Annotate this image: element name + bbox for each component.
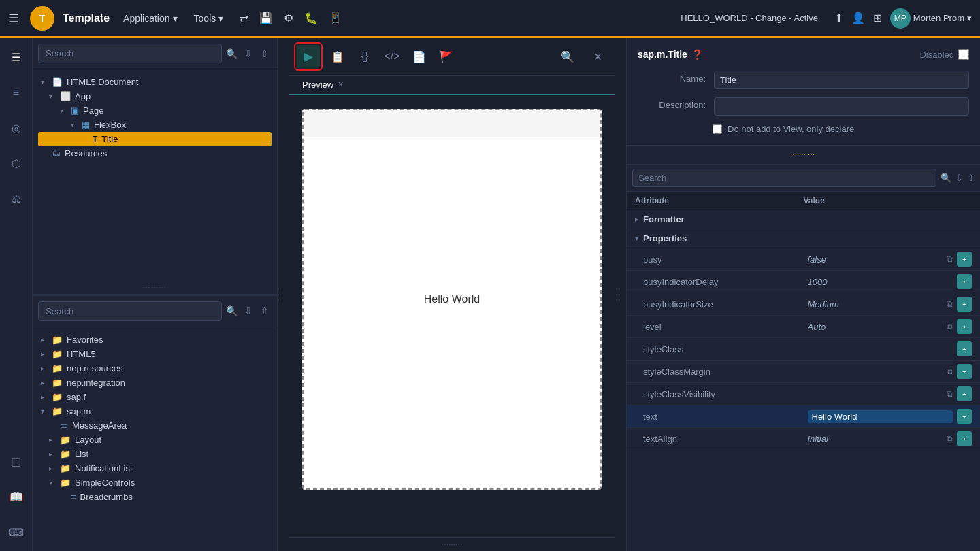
sidebar-icon-book[interactable]: 📖 [5,486,27,507]
attr-value-input[interactable] [808,322,943,332]
disabled-checkbox[interactable] [958,49,969,60]
copy-icon[interactable]: ⧉ [947,322,953,331]
binding-btn[interactable]: ⌁ [957,409,972,424]
right-drag-handle[interactable]: ⋯⋯⋯ [627,146,980,165]
right-resize-handle[interactable]: ⋮⋮⋮ [615,38,626,551]
collapse-icon[interactable]: ⇧ [258,47,272,61]
copy-icon[interactable]: ⧉ [947,367,953,376]
formatter-section-header[interactable]: Formatter [627,210,980,229]
attr-value-input[interactable] [808,299,943,310]
sidebar-icon-globe[interactable]: ◎ [5,117,27,139]
save-icon[interactable]: 💾 [259,12,273,24]
tree-item-html5doc[interactable]: ▾ 📄 HTML5 Document [38,75,272,89]
code-view-button[interactable]: 📋 [325,44,350,69]
tree-label: nep.integration [67,378,125,388]
wrench-icon[interactable]: ⚙ [284,12,293,24]
user-menu[interactable]: MP Morten Prom [890,8,972,29]
binding-btn[interactable]: ⌁ [957,341,972,356]
sidebar-icon-list[interactable]: ≡ [5,82,27,103]
binding-btn[interactable]: ⌁ [957,252,972,267]
description-input[interactable] [714,97,969,116]
drag-handle-top[interactable]: ⋯⋯⋯ [33,281,277,294]
attr-search-input[interactable] [632,169,936,187]
doc-button[interactable]: 📄 [407,44,431,69]
lib-item-sap-m[interactable]: ▾ 📁 sap.m [38,404,272,418]
copy-icon[interactable]: ⧉ [947,434,953,444]
tree-item-title[interactable]: T Title [38,132,272,146]
lib-item-list[interactable]: ▸ 📁 List [38,447,272,461]
filter-down-icon[interactable]: ⇩ [242,304,255,318]
lib-item-notificationlist[interactable]: ▸ 📁 NotificationList [38,461,272,475]
tools-menu[interactable]: Tools [194,13,224,24]
collapse-up-icon[interactable]: ⇧ [258,304,272,318]
attr-value-input[interactable] [808,389,943,399]
lib-item-simplecontrols[interactable]: ▾ 📁 SimpleControls [38,475,272,490]
mobile-icon[interactable]: 📱 [329,12,342,24]
library-search-input[interactable] [38,301,222,321]
properties-section-header[interactable]: Properties [627,229,980,248]
grid-icon[interactable]: ⊞ [873,12,882,24]
attr-filter-icon[interactable]: ⇩ [956,173,963,183]
search-button[interactable]: 🔍 [555,44,580,69]
attr-collapse-icon[interactable]: ⇧ [967,173,975,183]
left-resize-handle[interactable]: ⋮⋮⋮ [278,38,289,551]
binding-btn[interactable]: ⌁ [957,431,972,446]
binding-btn[interactable]: ⌁ [957,386,972,401]
lib-item-nep-integration[interactable]: ▸ 📁 nep.integration [38,375,272,390]
binding-btn[interactable]: ⌁ [957,319,972,334]
attr-value-input[interactable] [808,344,953,354]
application-menu[interactable]: Application [123,13,178,24]
preview-button[interactable]: ▶ [297,45,320,68]
flag-button[interactable]: 🚩 [434,44,459,69]
sidebar-icon-scale[interactable]: ⚖ [5,188,27,210]
name-input[interactable] [714,71,969,89]
tab-preview[interactable]: Preview ✕ [294,76,352,95]
declare-checkbox[interactable] [713,124,722,134]
copy-icon[interactable]: ⧉ [947,299,953,309]
menu-icon[interactable]: ☰ [8,11,19,26]
xml-button[interactable]: </> [380,44,404,69]
binding-btn[interactable]: ⌁ [957,297,972,312]
person-icon[interactable]: 👤 [851,12,865,24]
tab-close-icon[interactable]: ✕ [338,80,344,89]
attr-value-input[interactable] [808,367,943,377]
lib-item-breadcrumbs[interactable]: ≡ Breadcrumbs [38,490,272,504]
attr-search-icon[interactable]: 🔍 [941,173,951,183]
bug-icon[interactable]: 🐛 [304,12,318,24]
tree-doc-icon: 📄 [52,77,63,87]
attr-value-input[interactable] [808,410,953,423]
center-drag-handle[interactable]: ⋯⋯⋯ [289,537,615,551]
lib-item-nep-resources[interactable]: ▸ 📁 nep.resources [38,361,272,375]
tree-search-input[interactable] [38,44,222,63]
name-value [714,71,969,89]
sidebar-icon-terminal[interactable]: ⌨ [5,521,27,543]
tree-item-page[interactable]: ▾ ▣ Page [38,103,272,118]
attr-value-input[interactable] [808,277,953,287]
tree-item-flexbox[interactable]: ▾ ▦ FlexBox [38,118,272,132]
library-search-icon[interactable]: 🔍 [226,305,238,316]
tree-item-app[interactable]: ▾ ⬜ App [38,89,272,103]
lib-item-html5[interactable]: ▸ 📁 HTML5 [38,347,272,361]
copy-icon[interactable]: ⧉ [947,254,953,264]
lib-item-favorites[interactable]: ▸ 📁 Favorites [38,333,272,347]
json-button[interactable]: {} [353,44,377,69]
sidebar-icon-share[interactable]: ⬡ [5,152,27,174]
attr-value-input[interactable] [808,254,943,265]
share-icon[interactable]: ⬆ [834,12,843,24]
help-icon[interactable]: ❓ [691,49,703,60]
tree-search-icon[interactable]: 🔍 [226,48,238,59]
lib-item-layout[interactable]: ▸ 📁 Layout [38,433,272,447]
close-button[interactable]: ✕ [585,44,610,69]
lib-item-sap-f[interactable]: ▸ 📁 sap.f [38,390,272,404]
attr-value-input[interactable] [808,434,943,444]
copy-icon[interactable]: ⧉ [947,389,953,399]
binding-btn[interactable]: ⌁ [957,364,972,379]
tree-item-resources[interactable]: 🗂 Resources [38,146,272,161]
lib-item-messagearea[interactable]: ▭ MessageArea [38,418,272,433]
sync-icon[interactable]: ⇄ [240,12,248,24]
filter-icon[interactable]: ⇩ [242,47,255,61]
sidebar-icon-layers[interactable]: ◫ [5,450,27,472]
user-avatar: MP [890,8,911,29]
sidebar-icon-menu[interactable]: ☰ [5,46,27,68]
binding-btn[interactable]: ⌁ [957,274,972,289]
